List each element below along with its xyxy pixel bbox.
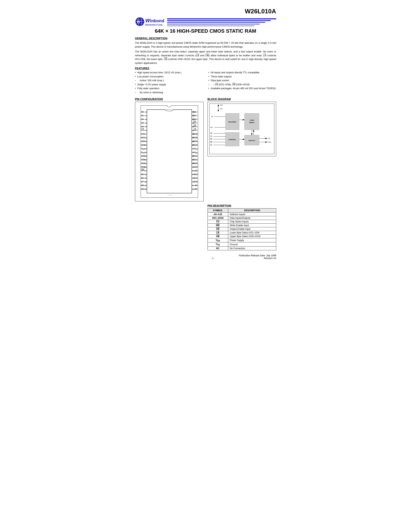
- svg-text:I/O9: I/O9: [194, 166, 197, 168]
- svg-text:A13: A13: [192, 118, 196, 120]
- svg-text:I/O13: I/O13: [192, 144, 197, 146]
- pin-symbol: VDD: [207, 238, 228, 242]
- svg-text:34: 34: [192, 148, 194, 150]
- feature-item-indent: No clock or refreshing: [135, 91, 203, 95]
- pin-desc: Output Enable Input: [228, 227, 276, 231]
- pin-desc-heading: PIN DESCRIPTION: [207, 204, 276, 207]
- pin-desc: Data Inputs/Outputs: [228, 216, 276, 220]
- logo-wrapper: W Winbond Electronics Corp.: [135, 17, 276, 27]
- svg-text:A0: A0: [211, 116, 213, 117]
- feature-item-indent: – LB (I/O1–I/O8), UB (I/O9–I/O16): [208, 83, 276, 86]
- logo-brand-text: Winbond: [145, 18, 164, 24]
- svg-text:12: 12: [144, 151, 146, 153]
- svg-text:VSS: VSS: [220, 108, 223, 110]
- block-diagram-svg: .bd-text { font-size: 9px; font-family: …: [209, 104, 274, 154]
- svg-text:I/O11: I/O11: [192, 158, 197, 161]
- svg-text:9: 9: [145, 140, 146, 142]
- block-diagram-box: .bd-text { font-size: 9px; font-family: …: [207, 102, 276, 156]
- publication-date: Publication Release Date: July 1998: [239, 254, 276, 257]
- header-line-3: [167, 22, 265, 23]
- two-col-layout: PIN CONFIGURATION .pin-text { font-size:…: [135, 97, 276, 201]
- svg-text:A1: A1: [141, 114, 144, 117]
- feature-item: Single +3.3V power supply: [135, 83, 203, 86]
- svg-text:NC: NC: [194, 188, 197, 190]
- main-title: 64K × 16 HIGH-SPEED CMOS STATIC RAM: [135, 28, 276, 34]
- svg-text:A11: A11: [194, 177, 197, 179]
- svg-marker-175: [243, 139, 244, 140]
- svg-text:UB: UB: [210, 133, 212, 134]
- pin-config-svg: .pin-text { font-size: 10px; font-family…: [141, 108, 198, 195]
- pin-desc: Power Supply: [228, 238, 276, 242]
- winbond-text: Winbond Electronics Corp.: [145, 18, 164, 26]
- svg-marker-154: [243, 119, 244, 121]
- pin-symbol: UB: [207, 235, 228, 238]
- svg-text:CORE: CORE: [250, 119, 254, 121]
- logo-corp-text: Electronics Corp.: [145, 24, 164, 26]
- svg-text:A12: A12: [194, 173, 197, 175]
- svg-text:28: 28: [192, 170, 194, 172]
- svg-text:VDD: VDD: [141, 147, 145, 150]
- svg-text:UB: UB: [193, 125, 196, 127]
- pin-row: WE Write Enable Input: [207, 224, 276, 227]
- svg-text:I/O12: I/O12: [192, 155, 197, 157]
- pin-desc: Lower Byte Select I/O1–I/O8: [228, 231, 276, 235]
- pin-config-inner: .pin-text { font-size: 10px; font-family…: [140, 105, 198, 198]
- svg-text:WE: WE: [141, 169, 144, 171]
- svg-text:1: 1: [145, 111, 146, 113]
- revision-label: Revision A3: [239, 257, 276, 260]
- pin-config-heading: PIN CONFIGURATION: [135, 97, 204, 101]
- svg-text:CONTROL: CONTROL: [228, 139, 236, 141]
- features-left-col: High speed access time: 10/12 nS (max.) …: [135, 71, 203, 95]
- pin-row: CS Chip Select Inputs: [207, 220, 276, 224]
- svg-text:5: 5: [145, 125, 146, 128]
- feature-item: Available packages: 44-pin 400 mil SOJ a…: [208, 87, 276, 90]
- svg-text:A0: A0: [141, 111, 144, 113]
- svg-text:VSS: VSS: [141, 151, 144, 154]
- svg-text:2: 2: [145, 114, 146, 117]
- feature-item: Three-state outputs: [208, 75, 276, 78]
- col-symbol: SYMBOL: [207, 209, 228, 213]
- pin-symbol: I/O1–I/O16: [207, 216, 228, 220]
- pin-row: LB Lower Byte Select I/O1–I/O8: [207, 231, 276, 235]
- svg-marker-161: [253, 130, 254, 132]
- feature-item-indent: Active: 530 mW (max.): [135, 79, 203, 82]
- svg-marker-145: [218, 110, 219, 112]
- feature-item: Low power consumption:: [135, 75, 203, 78]
- svg-text:23: 23: [192, 188, 194, 190]
- pin-desc: Ground: [228, 242, 276, 247]
- svg-text:I/O3: I/O3: [141, 140, 145, 142]
- svg-text:19: 19: [144, 177, 146, 179]
- svg-text:OE: OE: [193, 121, 196, 124]
- svg-text:17: 17: [144, 170, 146, 172]
- svg-text:11: 11: [144, 148, 146, 150]
- footer-right: Publication Release Date: July 1998 Revi…: [239, 254, 276, 260]
- svg-text:W: W: [137, 20, 140, 24]
- svg-text:NC: NC: [141, 188, 144, 190]
- svg-text:LB: LB: [210, 144, 212, 146]
- svg-text:6: 6: [145, 129, 146, 131]
- header-line-5: [167, 25, 254, 26]
- pin-desc: Upper Byte Select I/O9–I/O16: [228, 235, 276, 238]
- svg-text:20: 20: [144, 181, 146, 183]
- chip-notch: [167, 105, 171, 107]
- pin-description-table: SYMBOL DESCRIPTION A0–A15 Address Inputs…: [207, 208, 276, 250]
- svg-text:A9: A9: [195, 184, 197, 187]
- svg-text:I/O10: I/O10: [192, 162, 197, 164]
- svg-text:18: 18: [144, 173, 146, 175]
- svg-text:A14: A14: [192, 114, 196, 117]
- svg-text:3: 3: [145, 118, 146, 120]
- pin-row: I/O1–I/O16 Data Inputs/Outputs: [207, 216, 276, 220]
- feature-item: All inputs and outputs directly TTL comp…: [208, 71, 276, 75]
- svg-text:22: 22: [144, 188, 146, 190]
- svg-text:A15: A15: [210, 126, 213, 128]
- general-description-section: GENERAL DESCRIPTION The W26L010A is a hi…: [135, 37, 276, 65]
- pin-symbol: LB: [207, 231, 228, 235]
- page-title: W26L010A: [135, 8, 276, 15]
- svg-marker-142: [218, 104, 219, 106]
- features-right-col: All inputs and outputs directly TTL comp…: [208, 71, 276, 95]
- pin-row: VSS Ground: [207, 242, 276, 247]
- header-lines: [167, 17, 276, 26]
- pin-row: NC No Connection: [207, 247, 276, 250]
- svg-text:NC: NC: [194, 170, 197, 172]
- svg-text:I/O1: I/O1: [141, 133, 145, 135]
